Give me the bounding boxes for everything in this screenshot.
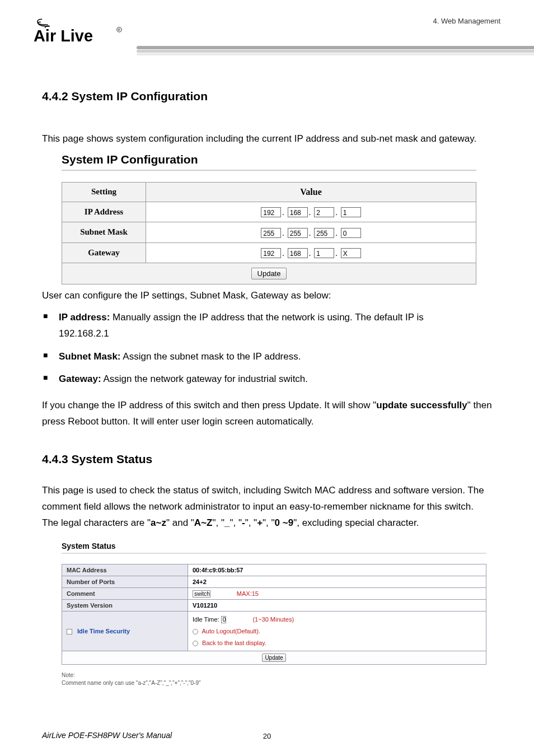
subnet-octet-3[interactable]: 255 xyxy=(314,228,334,238)
gw-octet-2[interactable]: 168 xyxy=(288,248,308,258)
version-label: System Version xyxy=(62,599,188,611)
idle-security-label: Idle Time Security xyxy=(62,611,188,651)
ip-octet-2[interactable]: 168 xyxy=(288,207,308,217)
update-note: If you change the IP address of this swi… xyxy=(42,398,492,430)
ports-label: Number of Ports xyxy=(62,576,188,587)
auto-logout-label: Auto Logout(Default). xyxy=(202,628,260,634)
section-442-title: 4.4.2 System IP Configuration xyxy=(42,90,492,103)
auto-logout-radio[interactable] xyxy=(193,629,198,634)
ip-config-panel-title: System IP Configuration xyxy=(62,153,492,166)
bullet-ip: IP address: Manually assign the IP addre… xyxy=(42,310,492,342)
comment-label: Comment xyxy=(62,587,188,599)
comment-max: MAX:15 xyxy=(237,590,259,597)
gw-octet-1[interactable]: 192 xyxy=(261,248,281,258)
status-note: Note: Comment name only can use "a-z","A… xyxy=(62,671,492,687)
ip-octet-4[interactable]: 1 xyxy=(341,207,361,217)
mac-value: 00:4f:c9:05:bb:57 xyxy=(188,564,486,576)
system-status-table: MAC Address 00:4f:c9:05:bb:57 Number of … xyxy=(62,564,486,665)
config-explain: User can configure the IP settings, Subn… xyxy=(42,288,492,304)
subnet-octet-2[interactable]: 255 xyxy=(288,228,308,238)
comment-cell: switch MAX:15 xyxy=(188,587,486,599)
brand-logo: Air Live R xyxy=(34,14,129,50)
subnet-value: 255. 255. 255. 0 xyxy=(146,222,476,242)
gw-octet-3[interactable]: 1 xyxy=(314,248,334,258)
ports-value: 24+2 xyxy=(188,576,486,587)
idle-security-checkbox[interactable] xyxy=(67,629,72,634)
ip-config-intro: This page shows system configuration inc… xyxy=(42,131,492,147)
gateway-value: 192. 168. 1. X xyxy=(146,242,476,263)
gateway-label: Gateway xyxy=(62,242,146,263)
ip-config-divider xyxy=(62,170,476,171)
idle-security-cell: Idle Time: 0 (1~30 Minutes) Auto Logout(… xyxy=(188,611,486,651)
back-display-radio[interactable] xyxy=(193,641,198,646)
subnet-octet-1[interactable]: 255 xyxy=(261,228,281,238)
version-value: V101210 xyxy=(188,599,486,611)
subnet-octet-4[interactable]: 0 xyxy=(341,228,361,238)
gw-octet-4[interactable]: X xyxy=(341,248,361,258)
col-setting: Setting xyxy=(62,182,146,202)
section-443-title: 4.4.3 System Status xyxy=(42,452,492,466)
col-value: Value xyxy=(146,182,476,202)
ip-address-label: IP Address xyxy=(62,202,146,222)
idle-minutes: (1~30 Minutes) xyxy=(252,616,294,623)
comment-input[interactable]: switch xyxy=(193,590,210,598)
system-status-divider xyxy=(62,553,486,554)
chapter-title: 4. Web Management xyxy=(433,17,500,25)
ip-octet-3[interactable]: 2 xyxy=(314,207,334,217)
mac-label: MAC Address xyxy=(62,564,188,576)
back-display-label: Back to the last display. xyxy=(202,640,266,646)
system-status-panel-title: System Status xyxy=(62,542,492,550)
svg-text:R: R xyxy=(118,28,120,31)
bullet-subnet: Subnet Mask: Assign the subnet mask to t… xyxy=(42,349,492,365)
header-divider xyxy=(137,46,534,60)
ip-config-table: Setting Value IP Address 192. 168. 2. 1 … xyxy=(62,182,476,284)
svg-text:Air Live: Air Live xyxy=(34,27,93,45)
bullet-gateway: Gateway: Assign the network gateway for … xyxy=(42,371,492,388)
ip-address-value: 192. 168. 2. 1 xyxy=(146,202,476,222)
status-intro: This page is used to check the status of… xyxy=(42,483,492,531)
ip-octet-1[interactable]: 192 xyxy=(261,207,281,217)
subnet-label: Subnet Mask xyxy=(62,222,146,242)
idle-time-input[interactable]: 0 xyxy=(221,616,227,623)
status-update-button[interactable]: Update xyxy=(262,654,285,662)
idle-time-label: Idle Time: xyxy=(193,616,219,623)
update-button[interactable]: Update xyxy=(251,268,287,279)
